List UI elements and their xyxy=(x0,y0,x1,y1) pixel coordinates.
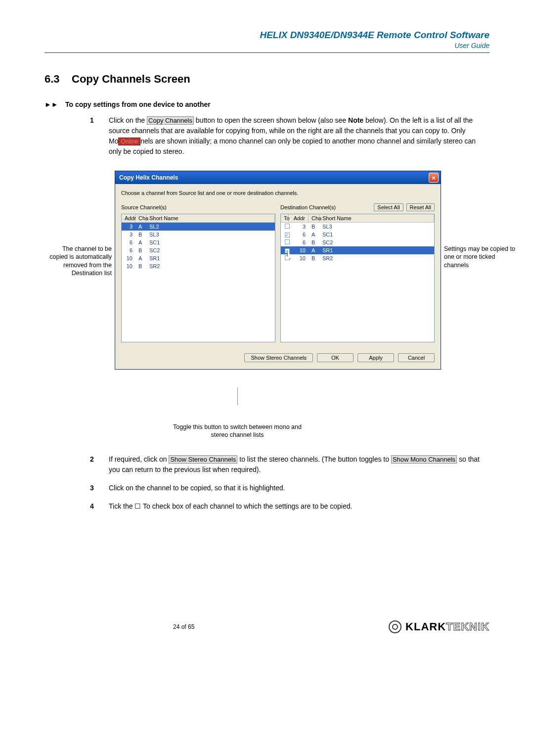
col-addr: Addr xyxy=(289,214,309,222)
show-stereo-label: Show Stereo Channels xyxy=(169,455,237,464)
step-4-number: 4 xyxy=(90,501,97,512)
online-indicator: Online xyxy=(118,138,140,145)
show-stereo-button[interactable]: Show Stereo Channels xyxy=(244,353,313,362)
section-name: Copy Channels Screen xyxy=(72,73,190,85)
select-all-button[interactable]: Select All xyxy=(374,203,403,211)
step-2-text: If required, click on Show Stereo Channe… xyxy=(109,454,490,475)
source-row[interactable]: 6ASC1 xyxy=(122,238,275,246)
annotation-below: Toggle this button to switch between mon… xyxy=(173,423,302,439)
destination-row[interactable]: ✓10ASR1 xyxy=(281,246,434,254)
annotation-left: The channel to be copied is automaticall… xyxy=(44,171,112,277)
source-row[interactable]: 3ASL2 xyxy=(122,223,275,231)
close-icon[interactable]: × xyxy=(429,173,439,183)
brand-teknik: TEKNIK xyxy=(446,620,490,633)
svg-point-0 xyxy=(393,624,398,629)
dialog-titlebar: Copy Helix Channels × xyxy=(115,171,441,184)
col-addr: Addr xyxy=(122,214,135,222)
doc-subtitle: User Guide xyxy=(44,42,490,49)
source-row[interactable]: 10ASR1 xyxy=(122,254,275,262)
step-3-number: 3 xyxy=(90,483,97,493)
reset-all-button[interactable]: Reset All xyxy=(406,203,435,211)
step-4-text: Tick the ☐ To check box of each channel … xyxy=(109,501,490,512)
destination-listbox[interactable]: To Addr Cha Short Name 3BSL3✓6ASC16BSC2✓… xyxy=(280,214,435,342)
destination-row[interactable]: ✓6ASC1 xyxy=(281,231,434,238)
step-1-number: 1 xyxy=(90,115,97,157)
logo-icon xyxy=(389,620,401,633)
section-number: 6.3 xyxy=(44,73,60,85)
col-cha: Cha xyxy=(135,214,146,222)
source-row[interactable]: 6BSC2 xyxy=(122,246,275,254)
source-listbox[interactable]: Addr Cha Short Name 3ASL23BSL36ASC16BSC2… xyxy=(121,214,275,342)
dialog-title: Copy Helix Channels xyxy=(119,174,178,181)
source-row[interactable]: 3BSL3 xyxy=(122,231,275,238)
section-title: 6.3 Copy Channels Screen xyxy=(44,73,490,86)
apply-button[interactable]: Apply xyxy=(357,353,394,362)
annotation-right: Settings may be copied to one or more ti… xyxy=(444,171,516,269)
fast-forward-icon: ►► xyxy=(44,100,56,108)
dest-label: Destination Channel(s) xyxy=(280,204,371,210)
instruction-heading: To copy settings from one device to anot… xyxy=(65,100,211,108)
dialog-hint: Choose a channel from Source list and on… xyxy=(121,190,435,196)
col-short: Short Name xyxy=(319,214,434,222)
step-3-text: Click on the channel to be copied, so th… xyxy=(109,483,490,493)
destination-row[interactable]: 3BSL3 xyxy=(281,223,434,231)
show-mono-label: Show Mono Channels xyxy=(391,455,457,464)
page-number: 24 of 65 xyxy=(173,623,194,630)
destination-row[interactable]: 10BSR2 xyxy=(281,254,434,262)
source-label: Source Channel(s) xyxy=(121,204,275,210)
destination-row[interactable]: 6BSC2 xyxy=(281,238,434,246)
source-row[interactable]: 10BSR2 xyxy=(122,262,275,270)
doc-title: HELIX DN9340E/DN9344E Remote Control Sof… xyxy=(44,30,490,41)
copy-channels-label: Copy Channels xyxy=(147,116,194,125)
col-short: Short Name xyxy=(146,214,275,222)
callout-line xyxy=(237,387,238,405)
step-1-text: Click on the Copy Channels button to ope… xyxy=(109,115,490,157)
col-cha: Cha xyxy=(309,214,319,222)
brand-klark: KLARK xyxy=(405,620,446,633)
col-to: To xyxy=(281,214,289,222)
brand-logo: KLARKTEKNIK xyxy=(389,620,490,633)
copy-helix-dialog: Copy Helix Channels × Choose a channel f… xyxy=(115,171,441,370)
header-rule xyxy=(44,52,490,53)
step-2-number: 2 xyxy=(90,454,97,475)
cancel-button[interactable]: Cancel xyxy=(398,353,435,362)
ok-button[interactable]: OK xyxy=(317,353,354,362)
